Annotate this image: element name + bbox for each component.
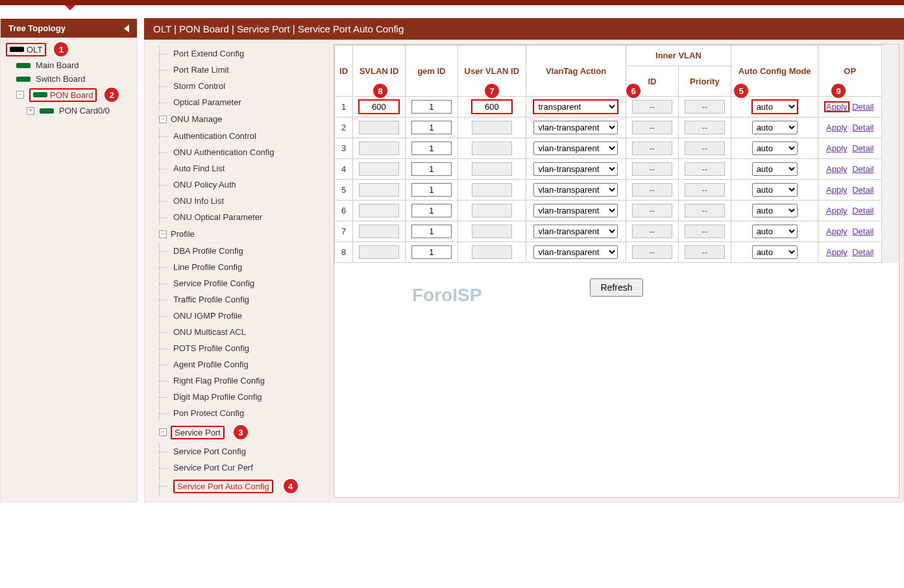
- vlantag-action-select[interactable]: transparentvlan-transparent: [533, 225, 618, 238]
- collapse-icon[interactable]: −: [159, 116, 167, 123]
- nav-item[interactable]: Authentication Control: [147, 128, 329, 144]
- svlan-input[interactable]: [359, 100, 399, 114]
- apply-link[interactable]: Apply: [825, 227, 849, 236]
- vlantag-action-select[interactable]: transparentvlan-transparent: [533, 183, 618, 197]
- nav-item[interactable]: POTS Profile Config: [147, 340, 329, 356]
- detail-link[interactable]: Detail: [851, 227, 875, 236]
- user-vlan-input[interactable]: [472, 204, 512, 217]
- nav-group-profile[interactable]: −Profile: [147, 225, 329, 243]
- tree-node-pon-card[interactable]: + PON Card0/0: [5, 104, 133, 117]
- vlantag-action-select[interactable]: transparentvlan-transparent: [533, 100, 618, 114]
- gem-input[interactable]: [411, 121, 452, 134]
- nav-group-onu[interactable]: −ONU Manage: [147, 110, 329, 128]
- apply-link[interactable]: Apply: [825, 247, 849, 257]
- nav-item[interactable]: Traffic Profile Config: [147, 291, 329, 308]
- tree-node-switch-board[interactable]: Switch Board: [5, 72, 133, 86]
- nav-item[interactable]: Service Profile Config: [147, 275, 329, 291]
- tree-node-main-board[interactable]: Main Board: [5, 58, 133, 72]
- tree-node-pon-board[interactable]: − PON Board 2: [5, 86, 133, 104]
- auto-config-mode-select[interactable]: auto: [752, 225, 798, 238]
- svlan-input[interactable]: [359, 162, 399, 176]
- nav-group-service-port[interactable]: − Service Port 3: [147, 421, 329, 443]
- detail-link[interactable]: Detail: [851, 247, 875, 257]
- auto-config-mode-select[interactable]: auto: [752, 162, 798, 176]
- collapse-icon[interactable]: −: [159, 230, 167, 238]
- gem-input[interactable]: [411, 245, 452, 259]
- vlantag-action-select[interactable]: transparentvlan-transparent: [533, 121, 618, 134]
- nav-item[interactable]: Agent Profile Config: [147, 356, 329, 373]
- user-vlan-input[interactable]: [472, 162, 512, 176]
- svlan-input[interactable]: [359, 245, 399, 259]
- table-row: 3transparentvlan-transparentautoApply De…: [335, 138, 899, 159]
- cell-id: 8: [335, 242, 353, 263]
- nav-item[interactable]: Line Profile Config: [147, 259, 329, 275]
- svlan-input[interactable]: [359, 204, 399, 217]
- auto-config-mode-select[interactable]: auto: [752, 183, 798, 197]
- nav-item[interactable]: ONU IGMP Profile: [147, 308, 329, 324]
- vlantag-action-select[interactable]: transparentvlan-transparent: [533, 141, 618, 155]
- nav-item[interactable]: Port Rate Limit: [147, 62, 329, 78]
- user-vlan-input[interactable]: [472, 245, 512, 259]
- detail-link[interactable]: Detail: [851, 143, 875, 153]
- nav-item[interactable]: Auto Find List: [147, 160, 329, 177]
- auto-config-mode-select[interactable]: auto: [752, 100, 798, 114]
- apply-link[interactable]: Apply: [825, 102, 849, 112]
- vlantag-action-select[interactable]: transparentvlan-transparent: [533, 204, 618, 217]
- user-vlan-input[interactable]: [472, 121, 512, 134]
- apply-link[interactable]: Apply: [825, 123, 849, 132]
- nav-item-service-port-auto-config[interactable]: Service Port Auto Config 4: [147, 476, 329, 496]
- nav-item[interactable]: Digit Map Profile Config: [147, 389, 329, 405]
- nav-item[interactable]: Port Extend Config: [147, 45, 329, 62]
- expand-icon[interactable]: −: [16, 91, 24, 99]
- annotation-8: 8: [373, 84, 387, 98]
- svlan-input[interactable]: [359, 121, 399, 134]
- expand-icon[interactable]: +: [27, 107, 34, 115]
- auto-config-mode-select[interactable]: auto: [752, 204, 798, 217]
- auto-config-mode-select[interactable]: auto: [752, 141, 798, 155]
- nav-item[interactable]: Service Port Cur Perf: [147, 459, 329, 476]
- nav-item[interactable]: Pon Protect Config: [147, 405, 329, 421]
- nav-item[interactable]: ONU Info List: [147, 193, 329, 209]
- gem-input[interactable]: [411, 204, 452, 217]
- tree-node-olt[interactable]: OLT 1: [5, 40, 133, 58]
- nav-item[interactable]: ONU Optical Parameter: [147, 209, 329, 225]
- annotation-4: 4: [284, 479, 298, 493]
- detail-link[interactable]: Detail: [851, 164, 875, 174]
- vlantag-action-select[interactable]: transparentvlan-transparent: [533, 245, 618, 259]
- detail-link[interactable]: Detail: [851, 102, 875, 112]
- nav-item[interactable]: Right Flag Profile Config: [147, 373, 329, 389]
- nav-item[interactable]: ONU Authentication Config: [147, 144, 329, 160]
- apply-link[interactable]: Apply: [825, 185, 849, 195]
- nav-item[interactable]: Optical Parameter: [147, 94, 329, 110]
- nav-item[interactable]: ONU Policy Auth: [147, 177, 329, 193]
- collapse-icon[interactable]: −: [159, 428, 167, 436]
- user-vlan-input[interactable]: [472, 225, 512, 238]
- detail-link[interactable]: Detail: [851, 185, 875, 195]
- vlantag-action-select[interactable]: transparentvlan-transparent: [533, 162, 618, 176]
- detail-link[interactable]: Detail: [851, 206, 875, 215]
- detail-link[interactable]: Detail: [851, 123, 875, 132]
- gem-input[interactable]: [411, 183, 452, 197]
- svlan-input[interactable]: [359, 183, 399, 197]
- auto-config-mode-select[interactable]: auto: [752, 245, 798, 259]
- svlan-input[interactable]: [359, 141, 399, 155]
- nav-item[interactable]: DBA Profile Config: [147, 243, 329, 259]
- nav-item[interactable]: Storm Control: [147, 78, 329, 94]
- auto-config-mode-select[interactable]: auto: [752, 121, 798, 134]
- col-inner-vlan: Inner VLAN: [626, 45, 731, 66]
- gem-input[interactable]: [411, 141, 452, 155]
- gem-input[interactable]: [411, 100, 452, 114]
- gem-input[interactable]: [411, 162, 452, 176]
- gem-input[interactable]: [411, 225, 452, 238]
- refresh-button[interactable]: Refresh: [590, 278, 642, 297]
- nav-item[interactable]: Service Port Config: [147, 443, 329, 459]
- nav-item[interactable]: ONU Multicast ACL: [147, 324, 329, 340]
- collapse-icon[interactable]: [124, 25, 129, 32]
- apply-link[interactable]: Apply: [825, 164, 849, 174]
- apply-link[interactable]: Apply: [825, 143, 849, 153]
- user-vlan-input[interactable]: [472, 183, 512, 197]
- user-vlan-input[interactable]: [472, 100, 512, 114]
- user-vlan-input[interactable]: [472, 141, 512, 155]
- svlan-input[interactable]: [359, 225, 399, 238]
- apply-link[interactable]: Apply: [825, 206, 849, 215]
